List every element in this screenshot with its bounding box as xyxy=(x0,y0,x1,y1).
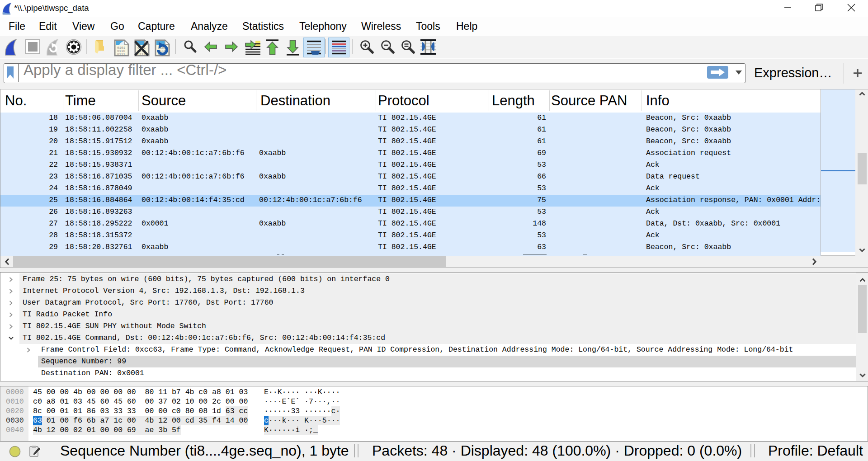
svg-text:0111: 0111 xyxy=(117,52,126,56)
